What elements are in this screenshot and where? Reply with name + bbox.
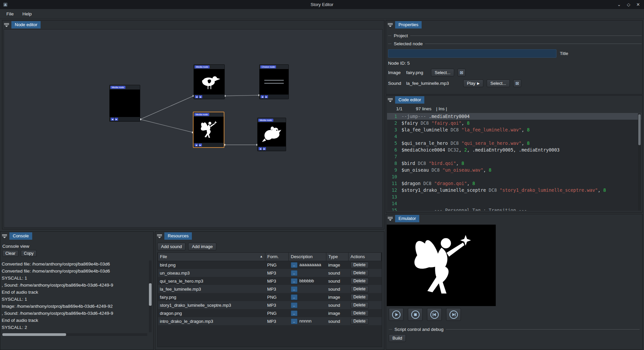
delete-button[interactable]: Delete [351,318,369,325]
edit-description-button[interactable]: .. [291,286,298,292]
collapse-icon[interactable] [388,98,393,102]
code-line[interactable]: 8$bird DC8 "bird.qoi", 8 [387,160,641,167]
prev-frame-icon[interactable]: ◀ [195,143,198,147]
add-image-button[interactable]: Add image [188,243,216,250]
code-line[interactable]: 14 [387,200,641,207]
prev-frame-icon[interactable]: ◀ [195,95,198,98]
table-row[interactable]: fairy.pngPNG..imageDelete [158,293,382,301]
console-clear-button[interactable]: Clear [2,250,18,257]
tab-emulator[interactable]: Emulator [395,215,419,222]
skip-forward-button[interactable] [446,308,461,321]
image-select-button[interactable]: Select... [431,69,454,76]
tab-code-editor[interactable]: Code editor [395,96,424,104]
table-row[interactable]: un_oiseau.mp3MP3..soundDelete [158,269,382,277]
minimize-button[interactable]: ⌄ [617,2,621,7]
table-row[interactable]: intro_drako_le_dragon.mp3MP3..nnnnnsound… [158,317,382,325]
table-row[interactable]: dragon.pngPNG..imageDelete [158,309,382,317]
line-number: 8 [387,161,397,166]
delete-button[interactable]: Delete [351,302,369,308]
code-line[interactable]: 3$la_fee_luminelle DC8 "la_fee_luminelle… [387,126,641,133]
next-frame-icon[interactable]: ▶ [265,95,268,98]
code-line[interactable]: 12$story1_drako_luminelle_sceptre DC8 "s… [387,187,641,193]
tab-resources[interactable]: Resources [164,232,192,240]
code-line[interactable]: 15 --- Personnal Tag : Transition --- [387,207,641,211]
edit-description-button[interactable]: .. [291,318,298,324]
play-button[interactable] [389,308,404,321]
graph-node-fairy[interactable]: Media node◀▶ [193,112,224,148]
column-header-type[interactable]: Type [326,253,348,261]
collapse-icon[interactable] [4,23,9,27]
table-row[interactable]: la_fee_luminelle.mp3MP3..soundDelete [158,285,382,293]
table-row[interactable]: story1_drako_luminelle_sceptre.mp3MP3..s… [158,301,382,309]
sound-select-button[interactable]: Select... [487,79,510,87]
edit-description-button[interactable]: .. [291,310,298,316]
console-horizontal-scrollbar[interactable] [2,333,147,336]
column-header-actions[interactable]: Actions [348,253,381,261]
delete-button[interactable]: Delete [351,310,369,316]
delete-button[interactable]: Delete [351,286,369,292]
add-sound-button[interactable]: Add sound [157,243,185,250]
node-canvas[interactable]: Media node◀▶Media node◀▶Choice node◀▶Med… [4,29,383,228]
title-input[interactable] [388,49,556,58]
menu-help[interactable]: Help [19,10,36,18]
edit-description-button[interactable]: .. [291,302,298,308]
code-line[interactable]: 2$fairy DC8 "fairy.qoi", 8 [387,120,641,126]
collapse-icon[interactable] [388,23,393,27]
code-line[interactable]: 11$dragon DC8 "dragon.qoi", 8 [387,180,641,187]
sound-play-button[interactable]: Play ▶ [463,79,483,87]
close-button[interactable]: ✕ [636,2,640,7]
next-frame-icon[interactable]: ▶ [199,143,202,147]
image-clear-button[interactable]: ⊠ [458,69,466,76]
stop-button[interactable] [408,308,423,321]
collapse-icon[interactable] [2,234,7,238]
edit-description-button[interactable]: .. [291,278,298,284]
prev-frame-icon[interactable]: ◀ [111,118,114,121]
edit-description-button[interactable]: .. [291,294,298,300]
delete-button[interactable]: Delete [351,278,369,284]
code-line[interactable]: 1--jump--- .mediaEntry0004 [387,113,641,120]
graph-node-bird[interactable]: Media node◀▶ [194,64,225,99]
table-row[interactable]: qui_sera_le_hero.mp3MP3..bbbbbbsoundDele… [158,277,382,285]
delete-button[interactable]: Delete [351,270,369,276]
delete-button[interactable]: Delete [351,262,369,268]
console-copy-button[interactable]: Copy [21,250,37,257]
column-header-description[interactable]: Description [289,253,326,261]
console-vertical-scrollbar-thumb[interactable] [149,283,152,306]
skip-back-button[interactable] [427,308,442,321]
collapse-icon[interactable] [388,217,393,221]
menu-file[interactable]: File [3,10,17,18]
sound-clear-button[interactable]: ⊠ [513,79,521,87]
code-line[interactable]: 4 [387,133,641,140]
code-scrollbar-thumb[interactable] [638,114,641,145]
code-line[interactable]: 7 [387,153,641,160]
edit-description-button[interactable]: .. [291,262,298,268]
code-line[interactable]: 9$un_oiseau DC8 "un_oiseau.wav", 8 [387,167,641,173]
code-scrollbar[interactable] [638,113,641,211]
table-row[interactable]: bird.pngPNG..aaaaaaaaaimageDelete [158,261,382,269]
console-horizontal-scrollbar-thumb[interactable] [2,333,66,336]
next-frame-icon[interactable]: ▶ [199,95,202,98]
edit-description-button[interactable]: .. [291,270,298,276]
tab-node-editor[interactable]: Node editor [11,21,41,28]
graph-node-dragon[interactable]: Media node◀▶ [257,118,286,151]
prev-frame-icon[interactable]: ◀ [261,95,264,98]
maximize-button[interactable]: ◇ [627,2,630,7]
graph-node-empty[interactable]: Media node◀▶ [109,85,140,122]
prev-frame-icon[interactable]: ◀ [259,147,262,150]
code-area[interactable]: 1--jump--- .mediaEntry00042$fairy DC8 "f… [387,113,641,211]
build-button[interactable]: Build [389,334,406,342]
next-frame-icon[interactable]: ▶ [263,147,266,150]
tab-console[interactable]: Console [9,232,32,240]
code-line[interactable]: 5$qui_sera_le_hero DC8 "qui_sera_le_hero… [387,140,641,147]
code-line[interactable]: 6$mediaChoice0004 DC32, 2, .mediaEntry00… [387,147,641,153]
column-header-format[interactable]: Form. [265,253,289,261]
column-header-file[interactable]: File ▲ [158,253,265,261]
next-frame-icon[interactable]: ▶ [115,118,118,121]
tab-properties[interactable]: Properties [395,21,422,28]
graph-node-choice[interactable]: Choice node◀▶ [259,64,289,99]
code-line[interactable]: 13 [387,193,641,200]
console-vertical-scrollbar[interactable] [149,260,152,332]
code-line[interactable]: 10 [387,173,641,180]
delete-button[interactable]: Delete [351,294,369,300]
collapse-icon[interactable] [157,234,162,238]
